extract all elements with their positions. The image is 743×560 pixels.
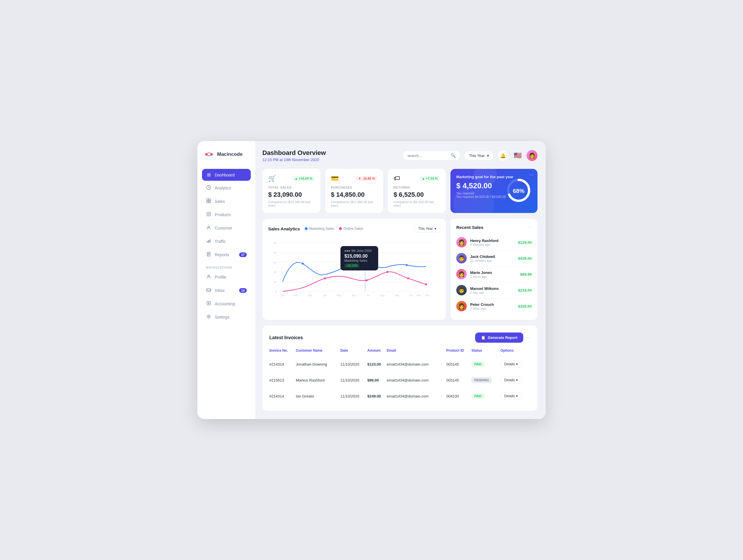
tooltip-value: $15,090.00 <box>345 253 374 259</box>
svg-text:Oct: Oct <box>409 294 413 297</box>
year-selector-button[interactable]: This Year ▾ <box>464 151 494 160</box>
invoice-no: #214314 <box>269 388 296 404</box>
invoice-status: PAID <box>471 388 500 404</box>
sidebar-item-products[interactable]: Products <box>202 208 251 221</box>
sale-time-2: 2 hours ago <box>470 275 517 278</box>
sale-time-0: 5 minutes ago <box>470 243 515 246</box>
logo: Macincode <box>202 149 251 159</box>
generate-report-button[interactable]: 📋 Generate Report <box>475 332 523 343</box>
tooltip-label: Marketing Sales <box>345 259 374 262</box>
chevron-down-icon: ▾ <box>435 227 436 231</box>
recent-sales-menu-dots[interactable]: ··· <box>528 225 532 230</box>
recent-sales-card: Recent Sales ··· 👩 Henry Rashford 5 minu… <box>450 219 537 320</box>
stat-card-returns: 🏷 ▲ +7.33 % RETURNS $ 6,525.00 Compared … <box>388 169 446 213</box>
sidebar-item-label: Dashboard <box>215 173 235 177</box>
invoices-actions: 📋 Generate Report ··· <box>475 332 531 343</box>
svg-rect-9 <box>207 241 208 243</box>
invoice-product-id: 004100 <box>446 388 471 404</box>
legend-dot-pink <box>339 227 342 230</box>
invoice-no: #215613 <box>269 372 296 388</box>
svg-rect-11 <box>210 239 210 243</box>
table-row: #214314 Jonathan Downing 11/10/2020 $123… <box>269 356 531 372</box>
table-row: #214314 Ian Grealis 11/10/2020 $249.00 e… <box>269 388 531 404</box>
user-avatar[interactable]: 👩 <box>526 150 537 161</box>
sidebar-item-sales[interactable]: Sales <box>202 195 251 207</box>
svg-text:Sep: Sep <box>394 294 399 297</box>
sidebar-item-label: Sales <box>215 199 225 204</box>
invoice-options: Details ▾ <box>500 356 531 372</box>
chevron-down-icon: ▾ <box>516 378 518 382</box>
page-header: Dashboard Overview 12:15 PM at 19th Nove… <box>262 149 537 162</box>
sale-avatar-2: 👩 <box>456 269 467 279</box>
sidebar-item-customer[interactable]: Customer <box>202 222 251 234</box>
invoice-no: #214314 <box>269 356 296 372</box>
invoice-status: PENDING <box>471 372 500 388</box>
page-title: Dashboard Overview <box>262 149 326 157</box>
sidebar-item-reports[interactable]: Reports 17 <box>202 249 251 261</box>
svg-text:Jul: Jul <box>366 294 369 297</box>
returns-compare: Compared to ($4,310.00 last year) <box>394 200 440 207</box>
svg-rect-7 <box>207 213 210 216</box>
svg-text:Jun: Jun <box>351 294 355 297</box>
invoice-amount: $249.00 <box>367 388 387 404</box>
returns-value: $ 6,525.00 <box>394 191 440 198</box>
svg-point-8 <box>208 226 210 228</box>
sale-item-4: 👩 Peter Crouch 2 days ago $326.00 <box>456 298 532 314</box>
dashboard-icon: ⊞ <box>206 172 211 178</box>
chevron-down-icon: ▾ <box>487 153 489 158</box>
svg-text:5: 5 <box>275 290 276 293</box>
chevron-down-icon: ▾ <box>516 394 518 398</box>
sale-item-1: 👨 Jack Chidwell 31 minutes ago $439.00 <box>456 250 532 266</box>
chevron-down-icon: ▾ <box>516 362 518 366</box>
customer-name: Jonathan Downing <box>296 356 341 372</box>
invoice-email: email1434@domain.com <box>387 372 446 388</box>
sale-item-0: 👩 Henry Rashford 5 minutes ago $129.00 <box>456 234 532 250</box>
details-button-1[interactable]: Details ▾ <box>500 376 522 384</box>
sidebar-item-inbox[interactable]: Inbox 14 <box>202 284 251 296</box>
svg-text:10: 10 <box>274 281 276 283</box>
chart-year-button[interactable]: This Year ▾ <box>414 225 440 233</box>
traffic-icon <box>206 238 211 244</box>
sale-amount-3: $218.00 <box>518 288 532 292</box>
stat-card-purchases: 💳 ▼ -10.82 % PURCHASES $ 14,850.00 Compa… <box>325 169 383 213</box>
header-right: 🔍 This Year ▾ 🔔 🇺🇸 👩 <box>402 150 537 161</box>
marketing-percent: 68% <box>513 188 524 194</box>
sale-avatar-4: 👩 <box>456 301 467 311</box>
svg-text:Mar: Mar <box>308 294 313 297</box>
svg-text:Feb: Feb <box>294 294 298 297</box>
invoices-card: Latest Invoices 📋 Generate Report ··· In… <box>262 326 537 411</box>
invoices-menu-dots[interactable]: ··· <box>527 335 531 340</box>
page-subtitle: 12:15 PM at 19th November 2020 <box>262 157 326 162</box>
notification-button[interactable]: 🔔 <box>497 150 509 161</box>
sidebar-item-traffic[interactable]: Traffic <box>202 235 251 247</box>
sidebar-item-label: Customer <box>215 226 232 230</box>
sales-badge: ▲ +16.24 % <box>292 176 315 181</box>
invoice-date: 11/10/2020 <box>341 356 367 372</box>
customer-name: Markus Rashford <box>296 372 341 388</box>
invoice-date: 11/10/2020 <box>341 388 367 404</box>
sidebar-item-profile[interactable]: Profile <box>202 271 251 283</box>
sidebar-item-label: Products <box>215 213 231 217</box>
sidebar-item-dashboard[interactable]: ⊞ Dashboard <box>202 169 251 181</box>
purchases-compare: Compared to ($17,980.00 last year) <box>331 200 377 207</box>
total-sales-compare: Compared to ($19,340.00 last year) <box>268 200 315 207</box>
sale-item-3: 👨 Manuel Wilkons 1 day ago $218.00 <box>456 282 532 298</box>
svg-text:Jan: Jan <box>281 294 285 297</box>
accounting-icon <box>206 301 211 307</box>
language-flag[interactable]: 🇺🇸 <box>512 150 523 161</box>
col-email: Email <box>387 348 446 356</box>
invoices-header: Latest Invoices 📋 Generate Report ··· <box>269 332 531 343</box>
table-header-row: Invoice No. Customer Name Date Amount Em… <box>269 348 531 356</box>
details-button-2[interactable]: Details ▾ <box>500 392 522 400</box>
search-box[interactable]: 🔍 <box>402 151 461 160</box>
sidebar-item-accounting[interactable]: Accounting <box>202 298 251 310</box>
sidebar-item-settings[interactable]: Settings <box>202 311 251 323</box>
search-input[interactable] <box>407 153 448 158</box>
details-button-0[interactable]: Details ▾ <box>500 360 522 368</box>
sidebar-item-analytics[interactable]: Analytics <box>202 182 251 194</box>
bottom-row: Sales Analytics Marketing Sales Online S… <box>262 219 537 320</box>
invoice-amount: $123.00 <box>367 356 387 372</box>
purchases-badge: ▼ -10.82 % <box>356 176 377 181</box>
invoice-email: email1434@domain.com <box>387 356 446 372</box>
svg-point-37 <box>366 279 368 281</box>
